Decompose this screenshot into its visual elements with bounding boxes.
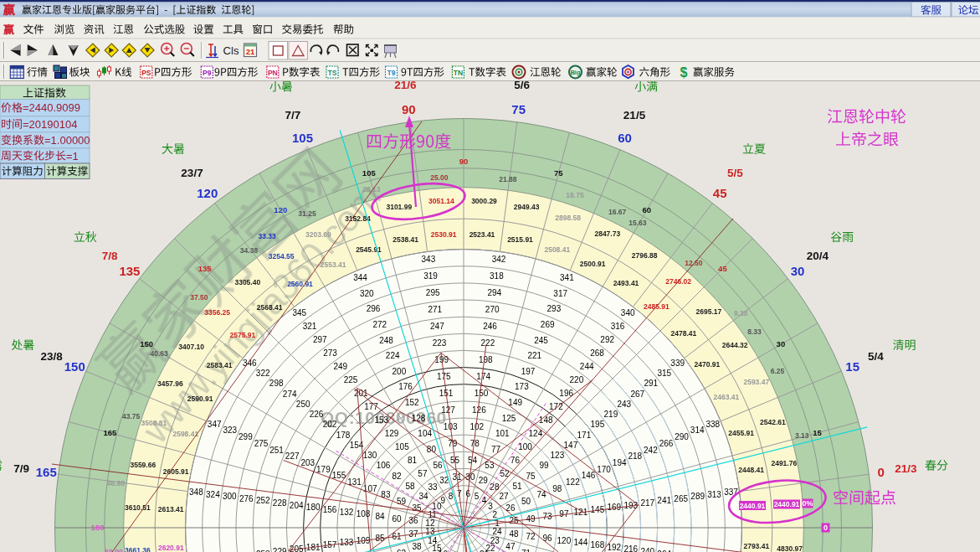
svg-text:P9: P9 [203, 69, 212, 77]
svg-text:174: 174 [476, 372, 490, 381]
svg-text:2613.41: 2613.41 [158, 505, 184, 513]
svg-text:194: 194 [613, 458, 627, 467]
svg-text:319: 319 [423, 271, 438, 281]
svg-text:294: 294 [487, 288, 501, 297]
svg-text:7/8: 7/8 [102, 250, 118, 262]
svg-text:300: 300 [223, 492, 237, 501]
svg-text:197: 197 [521, 367, 536, 376]
svg-text:205: 205 [290, 544, 304, 552]
svg-text:2590.91: 2590.91 [187, 395, 213, 403]
svg-text:2583.41: 2583.41 [207, 361, 233, 369]
svg-text:129: 129 [385, 429, 399, 438]
svg-text:3.13: 3.13 [795, 431, 809, 440]
svg-text:2538.41: 2538.41 [393, 235, 418, 244]
svg-text:2: 2 [493, 510, 498, 519]
svg-text:0: 0 [878, 465, 885, 479]
svg-text:198: 198 [479, 355, 493, 364]
svg-text:2796.88: 2796.88 [632, 251, 658, 260]
svg-text:21/3: 21/3 [895, 462, 917, 475]
svg-text:2593.47: 2593.47 [743, 378, 769, 386]
svg-text:241: 241 [657, 496, 671, 505]
svg-text:342: 342 [492, 255, 506, 264]
svg-text:267: 267 [630, 389, 644, 399]
svg-text:2847.73: 2847.73 [594, 230, 620, 238]
svg-text:321: 321 [303, 322, 317, 331]
svg-text:30: 30 [777, 339, 786, 348]
svg-text:90: 90 [459, 157, 469, 166]
svg-text:48: 48 [509, 529, 519, 539]
svg-text:2553.41: 2553.41 [321, 261, 346, 269]
svg-text:273: 273 [323, 348, 337, 358]
svg-text:276: 276 [239, 494, 254, 503]
svg-text:23/8: 23/8 [40, 350, 63, 363]
svg-text:56: 56 [434, 461, 444, 470]
svg-text:2898.58: 2898.58 [555, 214, 581, 222]
svg-text:20/4: 20/4 [807, 250, 829, 262]
svg-text:5/4: 5/4 [868, 350, 884, 363]
svg-text:122: 122 [566, 477, 580, 487]
svg-text:51: 51 [512, 482, 522, 491]
svg-text:271: 271 [428, 305, 442, 314]
svg-text:291: 291 [644, 379, 658, 388]
svg-text:195: 195 [591, 420, 605, 429]
svg-text:100: 100 [518, 442, 532, 451]
svg-text:125: 125 [502, 414, 516, 423]
svg-text:132: 132 [340, 508, 354, 517]
svg-text:46.88: 46.88 [107, 479, 126, 488]
svg-text:106: 106 [377, 461, 391, 470]
svg-text:204: 204 [290, 501, 304, 510]
svg-text:253: 253 [256, 549, 270, 552]
svg-text:245: 245 [534, 336, 548, 345]
svg-text:8.33: 8.33 [747, 328, 762, 336]
svg-text:60: 60 [392, 514, 402, 524]
svg-text:90: 90 [402, 102, 416, 116]
svg-text:314: 314 [690, 426, 705, 435]
svg-text:108: 108 [357, 509, 371, 518]
svg-text:148: 148 [539, 415, 553, 425]
svg-text:275: 275 [254, 439, 269, 448]
svg-text:165: 165 [103, 428, 117, 437]
svg-text:3051.14: 3051.14 [428, 197, 454, 205]
svg-text:150: 150 [64, 359, 85, 374]
svg-text:346: 346 [243, 359, 257, 368]
svg-text:227: 227 [285, 451, 300, 461]
svg-text:324: 324 [206, 490, 220, 499]
svg-text:244: 244 [580, 362, 594, 371]
svg-text:315: 315 [657, 369, 671, 378]
svg-text:3101.99: 3101.99 [386, 203, 412, 211]
svg-text:322: 322 [256, 369, 270, 378]
svg-text:299: 299 [239, 432, 253, 441]
svg-text:250: 250 [296, 400, 310, 409]
svg-text:2478.41: 2478.41 [671, 329, 697, 338]
svg-text:34: 34 [418, 492, 428, 501]
svg-text:196: 196 [559, 389, 573, 398]
svg-text:2455.91: 2455.91 [728, 429, 754, 437]
svg-text:2463.41: 2463.41 [714, 393, 740, 401]
svg-text:2440.91: 2440.91 [774, 500, 800, 508]
svg-text:180: 180 [91, 523, 105, 532]
svg-text:120: 120 [557, 536, 572, 545]
svg-text:272: 272 [372, 320, 387, 329]
svg-text:222: 222 [481, 338, 495, 348]
svg-text:144: 144 [574, 538, 588, 547]
svg-text:2793.41: 2793.41 [743, 542, 769, 550]
svg-text:2949.43: 2949.43 [514, 203, 540, 211]
svg-text:344: 344 [353, 273, 367, 282]
svg-text:226: 226 [310, 410, 324, 419]
svg-text:3508.81: 3508.81 [141, 419, 167, 427]
svg-text:45: 45 [713, 186, 727, 200]
svg-text:TS: TS [328, 69, 337, 77]
svg-text:168: 168 [591, 540, 605, 549]
svg-text:45: 45 [718, 264, 727, 273]
svg-text:264: 264 [657, 549, 671, 552]
svg-text:3305.40: 3305.40 [234, 278, 260, 286]
svg-text:102: 102 [469, 422, 484, 431]
svg-text:217: 217 [640, 498, 654, 508]
svg-text:27: 27 [499, 492, 509, 501]
svg-text:57: 57 [418, 469, 428, 478]
svg-text:171: 171 [577, 431, 592, 440]
svg-text:216: 216 [623, 544, 638, 552]
svg-text:=20190104: =20190104 [23, 118, 77, 131]
svg-text:7/7: 7/7 [285, 109, 301, 121]
svg-text:170: 170 [597, 465, 611, 474]
